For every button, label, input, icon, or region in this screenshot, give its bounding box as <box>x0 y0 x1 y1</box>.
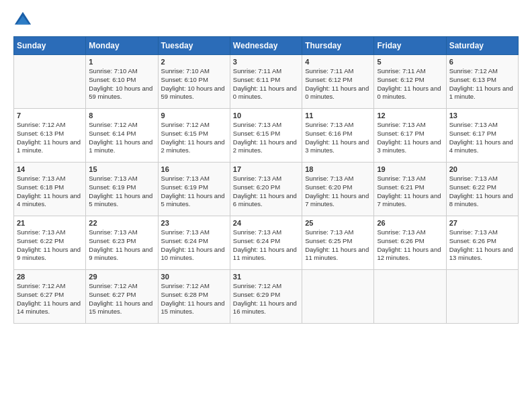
day-number: 10 <box>233 111 299 120</box>
weekday-header: Friday <box>374 37 446 55</box>
calendar-cell: 23Sunrise: 7:13 AM Sunset: 6:24 PM Dayli… <box>158 216 230 270</box>
day-info: Sunrise: 7:13 AM Sunset: 6:16 PM Dayligh… <box>305 121 371 155</box>
day-info: Sunrise: 7:12 AM Sunset: 6:29 PM Dayligh… <box>233 282 299 316</box>
day-number: 27 <box>449 219 515 227</box>
day-info: Sunrise: 7:10 AM Sunset: 6:10 PM Dayligh… <box>89 67 154 101</box>
day-info: Sunrise: 7:13 AM Sunset: 6:25 PM Dayligh… <box>305 228 371 263</box>
day-info: Sunrise: 7:13 AM Sunset: 6:18 PM Dayligh… <box>17 175 83 209</box>
day-number: 29 <box>89 273 154 281</box>
day-number: 28 <box>17 273 83 281</box>
day-number: 3 <box>233 58 299 66</box>
calendar-week-row: 28Sunrise: 7:12 AM Sunset: 6:27 PM Dayli… <box>14 270 519 324</box>
logo <box>13 11 35 30</box>
day-info: Sunrise: 7:12 AM Sunset: 6:28 PM Dayligh… <box>161 282 227 316</box>
day-info: Sunrise: 7:13 AM Sunset: 6:24 PM Dayligh… <box>161 228 227 263</box>
calendar-cell: 18Sunrise: 7:13 AM Sunset: 6:20 PM Dayli… <box>302 163 374 216</box>
day-info: Sunrise: 7:11 AM Sunset: 6:12 PM Dayligh… <box>305 67 371 101</box>
day-info: Sunrise: 7:12 AM Sunset: 6:27 PM Dayligh… <box>89 282 154 316</box>
calendar-cell: 3Sunrise: 7:11 AM Sunset: 6:11 PM Daylig… <box>230 55 302 109</box>
calendar-cell: 17Sunrise: 7:13 AM Sunset: 6:20 PM Dayli… <box>230 163 302 216</box>
day-info: Sunrise: 7:13 AM Sunset: 6:21 PM Dayligh… <box>377 175 443 209</box>
day-info: Sunrise: 7:13 AM Sunset: 6:20 PM Dayligh… <box>233 175 299 209</box>
weekday-header: Sunday <box>14 37 86 55</box>
day-number: 19 <box>377 165 443 173</box>
day-info: Sunrise: 7:10 AM Sunset: 6:10 PM Dayligh… <box>161 67 227 101</box>
weekday-header: Saturday <box>446 37 518 55</box>
weekday-header: Thursday <box>302 37 374 55</box>
day-number: 4 <box>305 58 371 66</box>
day-number: 1 <box>89 58 154 66</box>
calendar-cell: 14Sunrise: 7:13 AM Sunset: 6:18 PM Dayli… <box>14 163 86 216</box>
day-number: 30 <box>161 273 227 281</box>
day-number: 16 <box>161 165 227 173</box>
day-number: 26 <box>377 219 443 227</box>
calendar-cell: 24Sunrise: 7:13 AM Sunset: 6:24 PM Dayli… <box>230 216 302 270</box>
day-number: 18 <box>305 165 371 173</box>
day-info: Sunrise: 7:13 AM Sunset: 6:15 PM Dayligh… <box>233 121 299 155</box>
day-number: 20 <box>449 165 515 173</box>
logo-icon <box>13 11 32 30</box>
calendar-week-row: 7Sunrise: 7:12 AM Sunset: 6:13 PM Daylig… <box>14 109 519 163</box>
calendar-cell: 15Sunrise: 7:13 AM Sunset: 6:19 PM Dayli… <box>86 163 158 216</box>
calendar-cell <box>374 270 446 324</box>
day-number: 7 <box>17 111 83 120</box>
day-number: 11 <box>305 111 371 120</box>
day-info: Sunrise: 7:13 AM Sunset: 6:19 PM Dayligh… <box>89 175 154 209</box>
day-number: 22 <box>89 219 154 227</box>
day-number: 12 <box>377 111 443 120</box>
calendar-cell: 26Sunrise: 7:13 AM Sunset: 6:26 PM Dayli… <box>374 216 446 270</box>
day-info: Sunrise: 7:13 AM Sunset: 6:19 PM Dayligh… <box>161 175 227 209</box>
day-info: Sunrise: 7:13 AM Sunset: 6:23 PM Dayligh… <box>89 228 154 263</box>
calendar-cell: 2Sunrise: 7:10 AM Sunset: 6:10 PM Daylig… <box>158 55 230 109</box>
day-info: Sunrise: 7:13 AM Sunset: 6:26 PM Dayligh… <box>377 228 443 263</box>
day-info: Sunrise: 7:13 AM Sunset: 6:20 PM Dayligh… <box>305 175 371 209</box>
day-info: Sunrise: 7:13 AM Sunset: 6:17 PM Dayligh… <box>377 121 443 155</box>
calendar-cell: 6Sunrise: 7:12 AM Sunset: 6:13 PM Daylig… <box>446 55 518 109</box>
day-number: 24 <box>233 219 299 227</box>
calendar-week-row: 21Sunrise: 7:13 AM Sunset: 6:22 PM Dayli… <box>14 216 519 270</box>
calendar-cell: 19Sunrise: 7:13 AM Sunset: 6:21 PM Dayli… <box>374 163 446 216</box>
day-number: 25 <box>305 219 371 227</box>
calendar-cell: 10Sunrise: 7:13 AM Sunset: 6:15 PM Dayli… <box>230 109 302 163</box>
calendar-cell: 8Sunrise: 7:12 AM Sunset: 6:14 PM Daylig… <box>86 109 158 163</box>
day-number: 31 <box>233 273 299 281</box>
day-number: 23 <box>161 219 227 227</box>
calendar-cell: 21Sunrise: 7:13 AM Sunset: 6:22 PM Dayli… <box>14 216 86 270</box>
day-number: 5 <box>377 58 443 66</box>
day-number: 8 <box>89 111 154 120</box>
day-number: 17 <box>233 165 299 173</box>
calendar-cell: 30Sunrise: 7:12 AM Sunset: 6:28 PM Dayli… <box>158 270 230 324</box>
day-info: Sunrise: 7:13 AM Sunset: 6:24 PM Dayligh… <box>233 228 299 263</box>
weekday-header: Monday <box>86 37 158 55</box>
calendar-cell: 5Sunrise: 7:11 AM Sunset: 6:12 PM Daylig… <box>374 55 446 109</box>
calendar-week-row: 14Sunrise: 7:13 AM Sunset: 6:18 PM Dayli… <box>14 163 519 216</box>
day-info: Sunrise: 7:11 AM Sunset: 6:11 PM Dayligh… <box>233 67 299 101</box>
page-header <box>13 11 519 30</box>
calendar-cell: 16Sunrise: 7:13 AM Sunset: 6:19 PM Dayli… <box>158 163 230 216</box>
day-number: 6 <box>449 58 515 66</box>
day-number: 2 <box>161 58 227 66</box>
calendar-cell: 20Sunrise: 7:13 AM Sunset: 6:22 PM Dayli… <box>446 163 518 216</box>
day-info: Sunrise: 7:13 AM Sunset: 6:22 PM Dayligh… <box>17 228 83 263</box>
calendar-cell <box>446 270 518 324</box>
header-row: SundayMondayTuesdayWednesdayThursdayFrid… <box>14 37 519 55</box>
calendar-cell <box>14 55 86 109</box>
day-info: Sunrise: 7:13 AM Sunset: 6:22 PM Dayligh… <box>449 175 515 209</box>
page-container: SundayMondayTuesdayWednesdayThursdayFrid… <box>0 0 532 330</box>
day-number: 15 <box>89 165 154 173</box>
day-info: Sunrise: 7:13 AM Sunset: 6:26 PM Dayligh… <box>449 228 515 263</box>
day-number: 13 <box>449 111 515 120</box>
day-info: Sunrise: 7:12 AM Sunset: 6:27 PM Dayligh… <box>17 282 83 316</box>
calendar-week-row: 1Sunrise: 7:10 AM Sunset: 6:10 PM Daylig… <box>14 55 519 109</box>
day-info: Sunrise: 7:12 AM Sunset: 6:15 PM Dayligh… <box>161 121 227 155</box>
calendar-cell: 25Sunrise: 7:13 AM Sunset: 6:25 PM Dayli… <box>302 216 374 270</box>
calendar-cell: 28Sunrise: 7:12 AM Sunset: 6:27 PM Dayli… <box>14 270 86 324</box>
weekday-header: Tuesday <box>158 37 230 55</box>
day-number: 14 <box>17 165 83 173</box>
calendar-cell: 1Sunrise: 7:10 AM Sunset: 6:10 PM Daylig… <box>86 55 158 109</box>
day-info: Sunrise: 7:11 AM Sunset: 6:12 PM Dayligh… <box>377 67 443 101</box>
day-info: Sunrise: 7:12 AM Sunset: 6:13 PM Dayligh… <box>449 67 515 101</box>
day-info: Sunrise: 7:12 AM Sunset: 6:14 PM Dayligh… <box>89 121 154 155</box>
day-info: Sunrise: 7:12 AM Sunset: 6:13 PM Dayligh… <box>17 121 83 155</box>
calendar-cell: 11Sunrise: 7:13 AM Sunset: 6:16 PM Dayli… <box>302 109 374 163</box>
